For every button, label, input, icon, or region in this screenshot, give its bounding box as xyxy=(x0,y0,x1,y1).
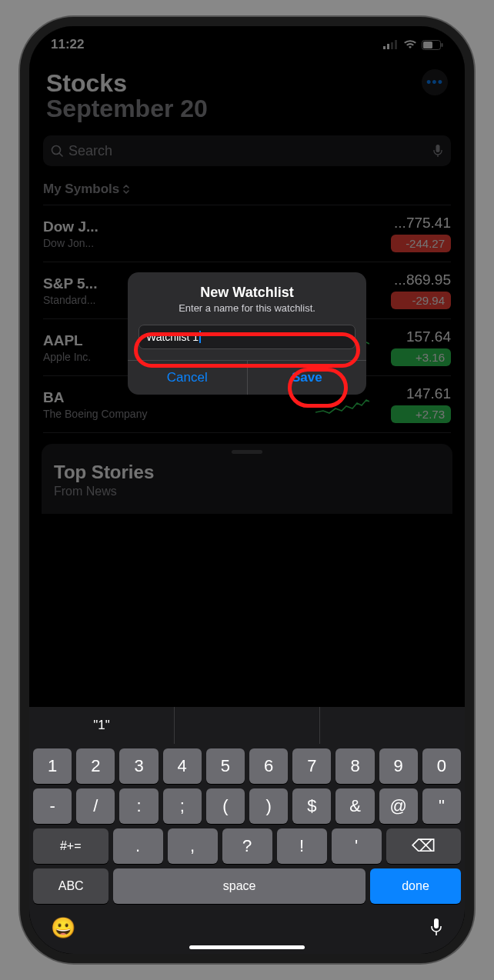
key-exclaim[interactable]: ! xyxy=(277,828,327,864)
key-semicolon[interactable]: ; xyxy=(163,788,202,824)
new-watchlist-dialog: New Watchlist Enter a name for this watc… xyxy=(128,272,366,395)
text-cursor xyxy=(199,331,201,343)
key-2[interactable]: 2 xyxy=(76,748,115,784)
key-7[interactable]: 7 xyxy=(292,748,331,784)
prediction-slot[interactable] xyxy=(175,707,320,744)
svg-rect-11 xyxy=(434,918,439,928)
save-button[interactable]: Save xyxy=(247,361,367,395)
key-0[interactable]: 0 xyxy=(422,748,461,784)
watchlist-name-input[interactable]: Watchlist 1 xyxy=(139,325,355,349)
emoji-button[interactable]: 😀 xyxy=(51,916,75,940)
key-done[interactable]: done xyxy=(370,868,461,904)
key-dash[interactable]: - xyxy=(33,788,72,824)
prediction-slot[interactable] xyxy=(320,707,465,744)
key-quote[interactable]: " xyxy=(422,788,461,824)
key-apostrophe[interactable]: ' xyxy=(332,828,382,864)
key-8[interactable]: 8 xyxy=(335,748,374,784)
key-5[interactable]: 5 xyxy=(206,748,245,784)
key-comma[interactable]: , xyxy=(168,828,218,864)
key-mode-abc[interactable]: ABC xyxy=(33,868,108,904)
dictation-button[interactable] xyxy=(429,917,443,940)
key-at[interactable]: @ xyxy=(379,788,418,824)
key-slash[interactable]: / xyxy=(76,788,115,824)
phone-frame: 11:22 Stocks September 20 ••• Search xyxy=(20,17,474,963)
key-space[interactable]: space xyxy=(113,868,365,904)
screen: 11:22 Stocks September 20 ••• Search xyxy=(29,26,465,954)
dialog-title: New Watchlist xyxy=(128,272,366,302)
prediction-slot[interactable]: "1" xyxy=(29,707,175,744)
backspace-icon: ⌫ xyxy=(412,836,436,856)
prediction-bar: "1" xyxy=(29,707,465,744)
home-indicator[interactable] xyxy=(189,945,305,949)
mic-icon xyxy=(429,917,443,937)
key-lparen[interactable]: ( xyxy=(206,788,245,824)
key-question[interactable]: ? xyxy=(222,828,272,864)
key-rparen[interactable]: ) xyxy=(249,788,288,824)
key-3[interactable]: 3 xyxy=(119,748,158,784)
key-1[interactable]: 1 xyxy=(33,748,72,784)
device-notch xyxy=(159,26,335,52)
key-period[interactable]: . xyxy=(113,828,163,864)
keyboard: "1" 1 2 3 4 5 6 7 8 9 0 - / : ; ( xyxy=(29,707,465,954)
key-9[interactable]: 9 xyxy=(379,748,418,784)
cancel-button[interactable]: Cancel xyxy=(128,361,247,395)
key-backspace[interactable]: ⌫ xyxy=(386,828,462,864)
key-4[interactable]: 4 xyxy=(163,748,202,784)
key-dollar[interactable]: $ xyxy=(292,788,331,824)
key-6[interactable]: 6 xyxy=(249,748,288,784)
key-colon[interactable]: : xyxy=(119,788,158,824)
key-amp[interactable]: & xyxy=(335,788,374,824)
dialog-subtitle: Enter a name for this watchlist. xyxy=(128,302,366,325)
key-shift-symbols[interactable]: #+= xyxy=(33,828,108,864)
